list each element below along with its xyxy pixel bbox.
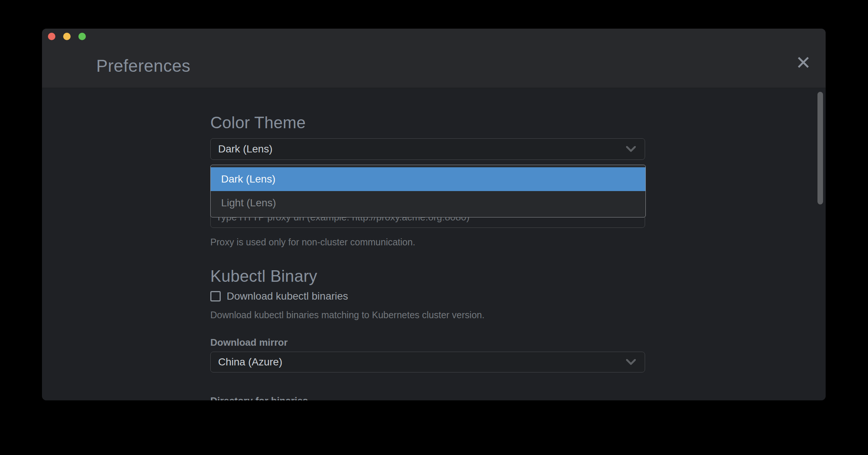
directory-for-binaries-label: Directory for binaries [210,395,308,400]
zoom-traffic-light-icon[interactable] [78,33,86,40]
kubectl-binary-heading: Kubectl Binary [210,267,317,285]
dropdown-option-light[interactable]: Light (Lens) [211,191,645,215]
minimize-traffic-light-icon[interactable] [63,33,71,40]
traffic-lights [48,33,86,40]
kubectl-helper-text: Download kubectl binaries matching to Ku… [210,310,485,320]
download-kubectl-checkbox[interactable] [210,291,221,301]
page-title: Preferences [96,55,191,77]
dropdown-option-dark[interactable]: Dark (Lens) [211,167,645,191]
preferences-window: Preferences ✕ Color Theme Dark (Lens) Da… [42,29,826,400]
close-icon[interactable]: ✕ [794,53,813,72]
proxy-helper-text: Proxy is used only for non-cluster commu… [210,237,415,248]
chevron-down-icon [626,359,636,365]
close-traffic-light-icon[interactable] [48,33,55,40]
titlebar: Preferences ✕ [42,29,826,88]
download-kubectl-checkbox-label: Download kubectl binaries [227,290,348,302]
scrollbar-thumb[interactable] [817,92,823,204]
download-mirror-select-value: China (Azure) [218,356,282,368]
color-theme-select[interactable]: Dark (Lens) [210,138,645,160]
download-mirror-select[interactable]: China (Azure) [210,352,645,372]
color-theme-heading: Color Theme [210,113,306,132]
download-mirror-label: Download mirror [210,337,288,348]
color-theme-select-value: Dark (Lens) [218,143,272,155]
download-kubectl-checkbox-row[interactable]: Download kubectl binaries [210,290,348,302]
chevron-down-icon [626,146,636,152]
color-theme-dropdown: Dark (Lens) Light (Lens) [210,165,646,217]
